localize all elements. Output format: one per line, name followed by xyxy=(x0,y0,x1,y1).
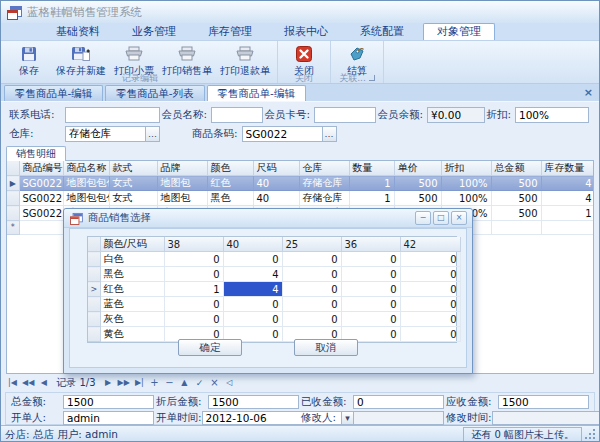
member-card-input[interactable] xyxy=(314,107,376,123)
column-header[interactable]: 折扣 xyxy=(441,161,491,176)
quantity-cell[interactable]: 4 xyxy=(223,282,282,297)
receivable-amount-input[interactable] xyxy=(498,395,589,409)
member-balance-input[interactable] xyxy=(427,107,485,123)
quantity-cell[interactable]: 0 xyxy=(400,297,460,312)
warehouse-ellipsis-button[interactable]: … xyxy=(145,126,160,142)
ribbon-tab-inventory[interactable]: 库存管理 xyxy=(195,24,265,40)
grid-cell[interactable]: 女式 xyxy=(109,191,157,206)
nav-edit-button[interactable]: ▲ xyxy=(179,377,190,389)
grid-cell[interactable]: 存储仓库 xyxy=(299,176,349,191)
column-header[interactable]: 颜色 xyxy=(207,161,253,176)
barcode-input[interactable] xyxy=(242,126,322,142)
dialog-title-bar[interactable]: 商品销售选择 − □ × xyxy=(64,209,472,228)
grid-cell[interactable]: 地图包 xyxy=(157,176,207,191)
quantity-cell[interactable]: 0 xyxy=(282,267,341,282)
grid-cell[interactable]: SG0022 xyxy=(19,206,63,221)
ribbon-tab-system-config[interactable]: 系统配置 xyxy=(347,24,417,40)
quantity-cell[interactable]: 0 xyxy=(341,297,400,312)
received-amount-input[interactable] xyxy=(353,395,444,409)
grid-cell[interactable]: 存储仓库 xyxy=(299,191,349,206)
ribbon-tab-reports[interactable]: 报表中心 xyxy=(271,24,341,40)
grid-cell[interactable]: 4 xyxy=(541,191,594,206)
ribbon-tab-basic-data[interactable]: 基础资料 xyxy=(43,24,113,40)
quantity-cell[interactable]: 0 xyxy=(223,297,282,312)
quantity-cell[interactable]: 0 xyxy=(400,267,460,282)
grid-cell[interactable]: 40 xyxy=(253,191,299,206)
quantity-cell[interactable]: 4 xyxy=(223,267,282,282)
nav-next-page-button[interactable]: ▶▶ xyxy=(118,377,130,389)
quantity-cell[interactable]: 0 xyxy=(164,267,223,282)
quantity-cell[interactable]: 0 xyxy=(164,297,223,312)
color-row-label[interactable]: 白色 xyxy=(100,252,164,267)
column-header[interactable]: 总金额 xyxy=(491,161,541,176)
grid-cell[interactable]: 500 xyxy=(394,176,441,191)
color-row-label[interactable]: 黑色 xyxy=(100,267,164,282)
table-row[interactable]: ▶SG0022地图包包包女式地图包红色40存储仓库1500100%5004 xyxy=(7,176,594,191)
doc-tab-retail-list[interactable]: 零售商品单-列表 xyxy=(105,85,204,101)
nav-cancel-button[interactable]: × xyxy=(209,377,220,389)
grid-cell[interactable]: 地图包包包 xyxy=(63,176,109,191)
doc-tab-close-icon[interactable]: × xyxy=(584,86,593,99)
quantity-cell[interactable]: 0 xyxy=(282,252,341,267)
column-header[interactable]: 仓库 xyxy=(299,161,349,176)
quantity-cell[interactable]: 0 xyxy=(341,252,400,267)
grid-cell[interactable]: 1 xyxy=(349,191,394,206)
ribbon-tab-object-management[interactable]: 对象管理 xyxy=(423,23,495,40)
quantity-cell[interactable]: 0 xyxy=(341,312,400,327)
grid-cell[interactable]: 40 xyxy=(253,176,299,191)
column-header[interactable]: 库存数量 xyxy=(541,161,594,176)
ok-button[interactable]: 确定 xyxy=(178,339,242,356)
total-amount-input[interactable] xyxy=(63,395,154,409)
quantity-cell[interactable]: 0 xyxy=(341,267,400,282)
grid-cell[interactable]: 红色 xyxy=(207,176,253,191)
column-header[interactable]: 数量 xyxy=(349,161,394,176)
quantity-cell[interactable]: 0 xyxy=(400,312,460,327)
dialog-maximize-button[interactable]: □ xyxy=(433,211,449,225)
grid-cell[interactable]: SG0022 xyxy=(19,191,63,206)
creator-input[interactable] xyxy=(63,411,154,425)
ribbon-tab-business[interactable]: 业务管理 xyxy=(119,24,189,40)
column-header[interactable]: 25 xyxy=(282,237,341,252)
nav-prev-button[interactable]: ◀ xyxy=(38,377,49,389)
column-header[interactable]: 款式 xyxy=(109,161,157,176)
grid-cell[interactable]: 100% xyxy=(441,191,491,206)
grid-cell[interactable]: 100% xyxy=(441,176,491,191)
quantity-cell[interactable]: 0 xyxy=(164,252,223,267)
grid-cell[interactable] xyxy=(541,221,594,235)
table-row[interactable]: >红色14000 xyxy=(88,282,460,297)
barcode-ellipsis-button[interactable]: … xyxy=(322,126,337,142)
column-header[interactable]: 商品编号 xyxy=(19,161,63,176)
tab-sales-detail[interactable]: 销售明细 xyxy=(6,146,66,161)
column-header[interactable]: 单价 xyxy=(394,161,441,176)
quantity-cell[interactable]: 0 xyxy=(341,282,400,297)
discounted-amount-input[interactable] xyxy=(208,395,299,409)
dialog-close-button[interactable]: × xyxy=(451,211,467,225)
nav-extra-button[interactable]: ◁ xyxy=(224,377,235,389)
color-row-label[interactable]: 灰色 xyxy=(100,312,164,327)
nav-next-button[interactable]: ▶ xyxy=(103,377,114,389)
quantity-cell[interactable]: 0 xyxy=(282,297,341,312)
grid-cell[interactable]: 4 xyxy=(541,176,594,191)
warehouse-input[interactable] xyxy=(65,126,145,142)
nav-post-button[interactable]: ✓ xyxy=(194,377,205,389)
grid-cell[interactable]: 地图包包包 xyxy=(63,191,109,206)
color-row-label[interactable]: 蓝色 xyxy=(100,297,164,312)
modifier-input[interactable] xyxy=(353,411,444,425)
column-header[interactable]: 40 xyxy=(223,237,282,252)
table-row[interactable]: SG0022地图包包包女式地图包黑色40存储仓库1500100%5004 xyxy=(7,191,594,206)
quantity-cell[interactable]: 1 xyxy=(164,282,223,297)
grid-cell[interactable]: 500 xyxy=(491,191,541,206)
grid-cell[interactable]: 500 xyxy=(491,176,541,191)
column-header[interactable]: 36 xyxy=(341,237,400,252)
table-row[interactable]: 灰色00000 xyxy=(88,312,460,327)
grid-cell[interactable]: 黑色 xyxy=(207,191,253,206)
nav-first-button[interactable]: |◀ xyxy=(7,377,18,389)
cancel-button[interactable]: 取消 xyxy=(294,339,358,356)
member-name-input[interactable] xyxy=(211,107,263,123)
column-header[interactable]: 商品名称 xyxy=(63,161,109,176)
nav-delete-button[interactable]: − xyxy=(164,377,175,389)
column-header[interactable]: 品牌 xyxy=(157,161,207,176)
quantity-cell[interactable]: 0 xyxy=(282,312,341,327)
quantity-cell[interactable]: 0 xyxy=(223,312,282,327)
quantity-cell[interactable]: 0 xyxy=(223,252,282,267)
